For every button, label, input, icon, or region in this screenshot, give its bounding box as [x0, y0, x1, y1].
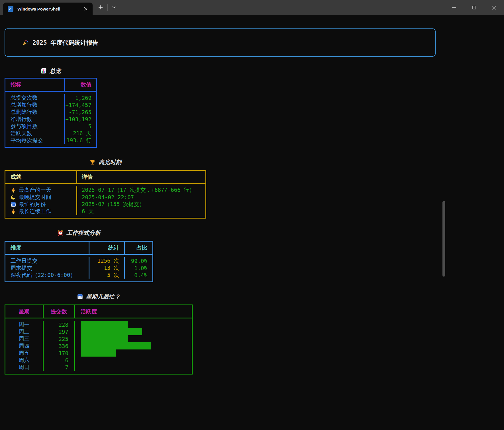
achievement-detail: 2025-07-17（17 次提交，+687/-666 行） [77, 186, 205, 194]
activity-cell [75, 357, 192, 364]
achievement-label: 最高产的一天 [19, 186, 51, 194]
weekday-label: 周二 [5, 328, 44, 335]
dimension-label: 工作日提交 [5, 257, 89, 264]
achievement-cell: 最晚提交时间 [5, 194, 77, 201]
weekday-label: 周五 [5, 349, 44, 357]
table-row: 最忙的月份 2025-07（155 次提交） [5, 201, 205, 208]
dimension-count: 13 次 [89, 264, 125, 271]
title-bar: Windows PowerShell [0, 0, 504, 15]
table-row: 总增加行数 +174,457 [5, 101, 96, 108]
work-pattern-table: 维度 统计 占比 工作日提交 1256 次 99.0% 周末提交 13 次 1.… [5, 241, 153, 282]
metric-label: 总增加行数 [5, 101, 65, 108]
weekday-label: 周日 [5, 364, 44, 371]
column-header-weekday: 星期 [5, 305, 44, 318]
section-title-weekday: 星期几最忙？ [5, 293, 193, 300]
activity-bar [81, 321, 128, 328]
metric-value: -71,265 [65, 108, 96, 116]
table-row: 周日 7 [5, 364, 192, 371]
table-row: 工作日提交 1256 次 99.0% [5, 257, 152, 264]
table-row: 平均每次提交 193.6 行 [5, 137, 96, 144]
flame-icon [11, 187, 16, 193]
table-row: 周六 6 [5, 357, 192, 364]
dimension-label: 深夜代码（22:00-6:00） [5, 271, 89, 279]
table-row: 参与项目数 5 [5, 123, 96, 130]
dimension-percent: 0.4% [125, 271, 152, 279]
weekday-label: 周三 [5, 335, 44, 342]
column-header-commits: 提交数 [44, 305, 75, 318]
dimension-percent: 99.0% [125, 257, 152, 264]
overview-table: 指标 数值 总提交次数 1,269 总增加行数 +174,457 总删除行数 -… [5, 78, 97, 148]
section-title-text: 星期几最忙？ [86, 293, 120, 301]
achievement-detail: 6 天 [77, 208, 205, 215]
metric-value: +174,457 [65, 101, 96, 108]
table-header-row: 指标 数值 [5, 79, 96, 92]
activity-cell [75, 349, 192, 357]
metric-value: 5 [65, 123, 96, 130]
activity-bar [81, 342, 151, 349]
minimize-button[interactable] [444, 0, 464, 15]
tab-windows-powershell[interactable]: Windows PowerShell [3, 3, 93, 15]
tab-dropdown-button[interactable] [109, 3, 118, 12]
section-title-text: 工作模式分析 [66, 229, 101, 237]
section-title-text: 高光时刻 [99, 159, 121, 166]
activity-cell [75, 364, 192, 371]
maximize-icon [472, 6, 476, 9]
activity-cell [75, 335, 192, 342]
column-header-percent: 占比 [125, 242, 152, 255]
table-row: 总提交次数 1,269 [5, 94, 96, 101]
plus-icon [99, 5, 103, 9]
table-row: 净增行数 +103,192 [5, 116, 96, 123]
activity-cell [75, 321, 192, 328]
achievement-label: 最忙的月份 [19, 201, 46, 208]
tab-title: Windows PowerShell [17, 7, 60, 11]
dimension-count: 1256 次 [89, 257, 125, 264]
table-header-row: 维度 统计 占比 [5, 242, 152, 255]
column-header-stat: 统计 [89, 242, 125, 255]
activity-cell [75, 342, 192, 349]
close-icon [84, 7, 87, 11]
metric-label: 总删除行数 [5, 108, 65, 116]
weekday-commits: 6 [44, 357, 75, 364]
report-title: 2025 年度代码统计报告 [32, 39, 98, 47]
table-header-row: 星期 提交数 活跃度 [5, 305, 192, 318]
weekday-label: 周一 [5, 321, 44, 328]
section-title-highlights: 高光时刻 [5, 159, 206, 166]
close-icon [492, 6, 496, 10]
metric-value: +103,192 [65, 116, 96, 123]
weekday-commits: 170 [44, 349, 75, 357]
weekday-commits: 225 [44, 335, 75, 342]
maximize-button[interactable] [464, 0, 484, 15]
table-row: 周四 336 [5, 342, 192, 349]
table-row: 深夜代码（22:00-6:00） 5 次 0.4% [5, 271, 152, 279]
tab-bar-divider [107, 4, 108, 11]
achievement-cell: 最高产的一天 [5, 186, 77, 194]
trophy-icon [89, 159, 96, 165]
achievement-detail: 2025-04-02 22:07 [77, 194, 205, 201]
metric-value: 1,269 [65, 94, 96, 101]
section-title-overview: 总览 [5, 67, 97, 75]
achievement-detail: 2025-07（155 次提交） [77, 201, 205, 208]
achievement-label: 最长连续工作 [19, 208, 51, 215]
section-title-text: 总览 [50, 67, 61, 75]
calendar-icon [11, 201, 16, 207]
table-row: 最长连续工作 6 天 [5, 208, 205, 215]
table-row: 周一 228 [5, 321, 192, 328]
chevron-down-icon [112, 6, 116, 9]
table-row: 周末提交 13 次 1.0% [5, 264, 152, 271]
dimension-label: 周末提交 [5, 264, 89, 271]
powershell-icon [8, 6, 13, 12]
window-controls [444, 0, 504, 15]
dimension-percent: 1.0% [125, 264, 152, 271]
close-button[interactable] [484, 0, 504, 15]
new-tab-button[interactable] [96, 3, 105, 12]
tab-close-button[interactable] [82, 5, 90, 13]
activity-bar [81, 328, 142, 335]
weekday-label: 周四 [5, 342, 44, 349]
highlights-table: 成就 详情 最高产的一天 2025-07-17（17 次提交，+687/-666… [5, 170, 206, 219]
weekday-label: 周六 [5, 357, 44, 364]
table-row: 周三 225 [5, 335, 192, 342]
scrollbar-thumb[interactable] [442, 201, 445, 277]
metric-value: 193.6 行 [65, 137, 96, 144]
activity-cell [75, 328, 192, 335]
calendar-icon [77, 293, 83, 300]
